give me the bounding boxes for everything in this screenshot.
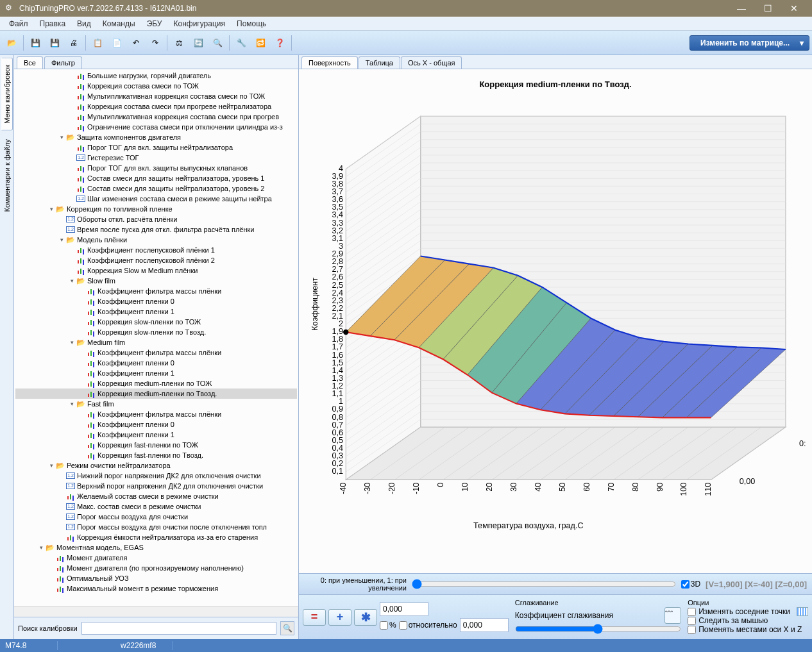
menu-edit[interactable]: Правка (35, 18, 71, 29)
percent-checkbox[interactable] (380, 621, 388, 630)
matrix-button[interactable]: Изменить по матрице... (689, 35, 809, 51)
save-icon[interactable]: 💾 (26, 34, 44, 52)
tree-item[interactable]: ▾Slow film (15, 276, 297, 286)
tree-item[interactable]: Момент двигателя (15, 553, 297, 563)
view-tab-table[interactable]: Таблица (359, 56, 400, 69)
opt-follow-mouse-checkbox[interactable] (688, 617, 696, 625)
menu-help[interactable]: Помощь (232, 18, 271, 29)
filter-tab-filter[interactable]: Фильтр (44, 56, 82, 69)
minimize-button[interactable]: — (729, 1, 754, 16)
tree-item[interactable]: ▾Medium film (15, 337, 297, 347)
view-tab-xaxis[interactable]: Ось X - общая (401, 56, 462, 69)
filter-tab-all[interactable]: Все (17, 56, 43, 69)
tree-item[interactable]: 1.2Нижний порог напряжения ДК2 для отклю… (15, 471, 297, 481)
side-tab-comments[interactable]: Комментарии к файлу (1, 132, 13, 219)
tree-item[interactable]: Ограничение состава смеси при отключении… (15, 122, 297, 132)
tree-item[interactable]: Коррекция Slow м Medium плёнки (15, 265, 297, 276)
redo-icon[interactable]: ↷ (146, 34, 164, 52)
tree-item[interactable]: Мультипликативная коррекция состава смес… (15, 112, 297, 122)
tree-item[interactable]: ▾Защита компонентов двигателя (15, 132, 297, 142)
tree-item[interactable]: Желаемый состав смеси в режиме очистки (15, 491, 297, 501)
tree-item[interactable]: Порог ТОГ для вкл. защиты нейтрализатора (15, 142, 297, 153)
tree-item[interactable]: Коэффициент пленки 1 (15, 368, 297, 378)
menu-config[interactable]: Конфигурация (168, 18, 230, 29)
side-tab-calibrations[interactable]: Меню калибровок (1, 58, 13, 131)
open-icon[interactable]: 📂 (3, 34, 21, 52)
paste-icon[interactable]: 📄 (108, 34, 126, 52)
tree-item[interactable]: Коэффициент пленки 0 (15, 419, 297, 430)
tree-item[interactable]: Коэффициент послепусковой плёнки 1 (15, 245, 297, 255)
menu-ecu[interactable]: ЭБУ (142, 18, 167, 29)
tree-item[interactable]: 1.2Обороты откл. расчёта плёнки (15, 214, 297, 224)
plus-button[interactable]: + (328, 609, 351, 626)
tree-item[interactable]: ▾Fast film (15, 399, 297, 409)
tree-item[interactable]: Порог ТОГ для вкл. защиты выпускных клап… (15, 163, 297, 173)
refresh-icon[interactable]: 🔄 (189, 34, 207, 52)
multiply-button[interactable]: ✱ (354, 609, 377, 626)
tree-item[interactable]: ▾Модель плёнки (15, 235, 297, 245)
y-slider[interactable] (412, 579, 676, 589)
tree-item[interactable]: Максимальный момент в режиме торможения (15, 583, 297, 594)
tree-item[interactable]: Коэффициент фильтра массы плёнки (15, 286, 297, 296)
menu-commands[interactable]: Команды (97, 18, 140, 29)
grid-icon[interactable] (797, 607, 808, 616)
help-icon[interactable]: ❓ (271, 34, 289, 52)
save-as-icon[interactable]: 💾 (46, 34, 63, 52)
surface-chart[interactable]: 0,10,20,30,40,50,60,70,80,911,11,21,31,4… (305, 96, 806, 567)
relative-checkbox[interactable] (399, 621, 407, 630)
tree-item[interactable]: Коэффициент пленки 0 (15, 296, 297, 306)
tree-item[interactable]: Коэффициент пленки 0 (15, 358, 297, 368)
tree-scrollbar[interactable] (14, 606, 298, 617)
tree-item[interactable]: Оптимальный УОЗ (15, 573, 297, 583)
tree-item[interactable]: Коэффициент послепусковой плёнки 2 (15, 255, 297, 265)
tree-item[interactable]: Коэффициент пленки 1 (15, 430, 297, 440)
tree-item[interactable]: Мультипликативная коррекция состава смес… (15, 91, 297, 101)
relative-input[interactable] (460, 618, 509, 632)
tree-item[interactable]: Состав смеси для защиты нейтрализатора, … (15, 173, 297, 183)
tree-item[interactable]: Коэффициент пленки 1 (15, 306, 297, 317)
tree-item[interactable]: ▾Режим очистки нейтрализатора (15, 460, 297, 471)
opt-swap-axes-checkbox[interactable] (688, 626, 696, 634)
search-input[interactable] (81, 622, 276, 635)
tree-item[interactable]: Коррекция состава смеси по ТОЖ (15, 81, 297, 91)
smooth-icon[interactable]: 〰 (664, 607, 681, 624)
tree-item[interactable]: Коррекция ёмкости нейтрализатора из-за е… (15, 532, 297, 542)
tree-item[interactable]: Коррекция medium-пленки по Tвозд. (15, 389, 297, 399)
tree-item[interactable]: Коррекция fast-пленки по ТОЖ (15, 440, 297, 450)
menu-file[interactable]: Файл (4, 18, 33, 29)
tree-item[interactable]: Коэффициент фильтра массы плёнки (15, 347, 297, 358)
maximize-button[interactable]: ☐ (755, 1, 781, 16)
tree-item[interactable]: Коррекция fast-пленки по Tвозд. (15, 450, 297, 460)
tree-item[interactable]: Коррекция medium-пленки по ТОЖ (15, 378, 297, 389)
tree-item[interactable]: ▾Коррекция по топливной пленке (15, 204, 297, 214)
value-input[interactable] (380, 602, 428, 616)
tree-item[interactable]: ▾Моментная модель, EGAS (15, 542, 297, 553)
tree-item[interactable]: 1.2Порог массы воздуха для очистки после… (15, 522, 297, 532)
settings-icon[interactable]: 🔧 (232, 34, 250, 52)
tree-item[interactable]: Момент двигателя (по прогнозируемому нап… (15, 563, 297, 573)
copy-icon[interactable]: 📋 (89, 34, 106, 52)
tree-item[interactable]: 1.2Время после пуска для откл. фильтра р… (15, 224, 297, 235)
equals-button[interactable]: = (303, 609, 326, 626)
compare-icon[interactable]: ⚖ (170, 34, 188, 52)
find-icon[interactable]: 🔍 (208, 34, 226, 52)
tree-item[interactable]: Состав смеси для защиты нейтрализатора, … (15, 183, 297, 194)
sync-icon[interactable]: 🔂 (251, 34, 269, 52)
tree-item[interactable]: Большие нагрузки, горячий двигатель (15, 71, 297, 81)
undo-icon[interactable]: ↶ (127, 34, 145, 52)
tree-item[interactable]: Коррекция slow-пленки по Tвозд. (15, 327, 297, 337)
search-button[interactable]: 🔍 (280, 621, 294, 635)
print-icon[interactable]: 🖨 (65, 34, 83, 52)
smooth-slider[interactable] (515, 624, 681, 634)
tree-item[interactable]: 1.2Макс. состав смеси в режиме очистки (15, 501, 297, 512)
tree-item[interactable]: Коррекция slow-пленки по ТОЖ (15, 317, 297, 327)
calibration-tree[interactable]: Большие нагрузки, горячий двигательКорре… (14, 69, 298, 606)
tree-item[interactable]: Коррекция состава смеси при прогреве ней… (15, 101, 297, 112)
tree-item[interactable]: 1.2Шаг изменения состава смеси в режиме … (15, 194, 297, 204)
view-tab-surface[interactable]: Поверхность (301, 56, 358, 69)
tree-item[interactable]: 1.2Порог массы воздуха для очистки (15, 512, 297, 522)
tree-item[interactable]: 1.2Гистерезис ТОГ (15, 153, 297, 163)
menu-view[interactable]: Вид (72, 18, 96, 29)
tree-item[interactable]: Коэффициент фильтра массы плёнки (15, 409, 297, 419)
tree-item[interactable]: 1.2Верхний порог напряжения ДК2 для откл… (15, 481, 297, 491)
